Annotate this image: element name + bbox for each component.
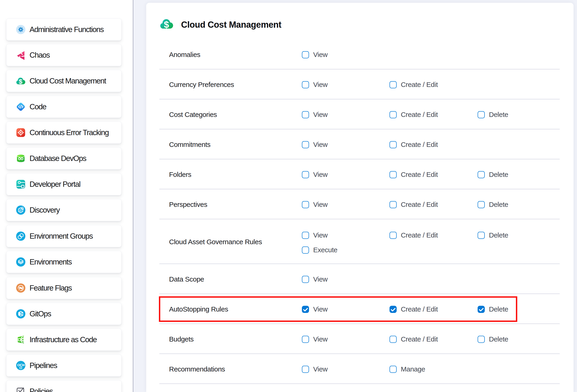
svg-text:$: $ (164, 20, 169, 29)
svg-text:$: $ (19, 78, 22, 85)
